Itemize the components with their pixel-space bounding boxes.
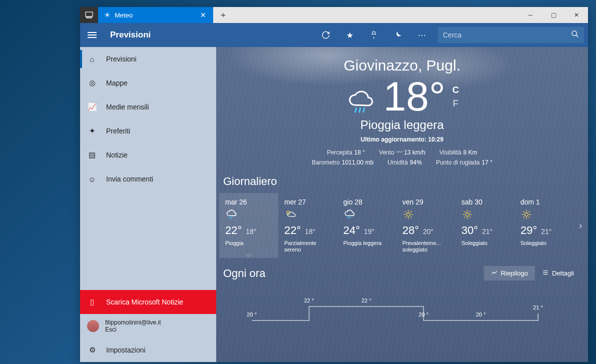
day-weather-icon <box>343 209 391 221</box>
avatar <box>87 320 99 332</box>
next-days-button[interactable]: › <box>573 193 587 258</box>
sidebar-item-maps[interactable]: ◎ Mappe <box>80 71 216 95</box>
svg-rect-1 <box>87 17 92 18</box>
hourly-temp-label: 22 ° <box>361 298 371 304</box>
sidebar-item-label: Notizie <box>106 151 128 159</box>
day-card[interactable]: ven 29 28°20° Prevalenteme... soleggiato <box>396 193 455 258</box>
hamburger-button[interactable] <box>80 23 104 47</box>
tab-title: Meteo <box>115 12 198 19</box>
sidebar-item-monthly[interactable]: 📈 Medie mensili <box>80 95 216 119</box>
daily-forecast: mar 26 22°18° Pioggia mer 27 22°18° Parz… <box>216 193 588 258</box>
svg-line-36 <box>528 216 529 218</box>
details-row-1: Percepita18 ° Vento〰 13 km/h Visibilità8… <box>216 149 588 156</box>
sidebar-item-settings[interactable]: ⚙ Impostazioni <box>80 338 216 362</box>
account-signout: Esci <box>105 326 161 333</box>
sidebar-item-favorites[interactable]: ✦ Preferiti <box>80 119 216 143</box>
sidebar-item-feedback[interactable]: ☺ Invia commenti <box>80 167 216 191</box>
location: Giovinazzo, Pugl. <box>216 57 588 74</box>
news-icon: ▤ <box>87 150 97 160</box>
hourly-title: Ogni ora <box>223 267 265 280</box>
sidebar-item-news[interactable]: ▤ Notizie <box>80 143 216 167</box>
refresh-button[interactable] <box>314 23 338 47</box>
sidebar-promo-label: Scarica Microsoft Notizie <box>106 298 183 306</box>
maximize-button[interactable]: ▢ <box>542 7 565 23</box>
day-weather-icon <box>284 209 332 221</box>
list-icon <box>542 269 549 278</box>
day-date: mer 27 <box>284 198 332 206</box>
sidebar-item-label: Previsioni <box>106 55 137 63</box>
more-button[interactable]: ⋯ <box>410 23 434 47</box>
day-card[interactable]: sab 30 30°21° Soleggiato <box>455 193 514 258</box>
titlebar: ☀ Meteo ✕ ＋ ─ ▢ ✕ <box>80 7 588 23</box>
pin-button[interactable] <box>362 23 386 47</box>
condition: Pioggia leggera <box>216 118 588 132</box>
svg-line-28 <box>464 216 465 218</box>
svg-line-5 <box>359 108 360 112</box>
svg-line-3 <box>576 35 578 37</box>
moon-button[interactable] <box>386 23 410 47</box>
content-area: Giovinazzo, Pugl. 18° C F Pioggia legger… <box>216 47 588 362</box>
home-icon: ⌂ <box>87 55 97 64</box>
day-card[interactable]: dom 1 29°21° Soleggiato <box>514 193 573 258</box>
summary-toggle[interactable]: Riepilogo <box>484 266 535 280</box>
search-input[interactable] <box>443 31 571 39</box>
unit-celsius[interactable]: C <box>452 85 459 96</box>
hourly-temp-label: 20 ° <box>419 312 429 318</box>
svg-point-30 <box>524 212 528 216</box>
sparkle-icon: ✦ <box>87 126 97 136</box>
day-weather-icon <box>402 209 450 221</box>
sidebar-item-forecast[interactable]: ⌂ Previsioni <box>80 47 216 71</box>
sidebar-item-label: Impostazioni <box>106 346 146 354</box>
day-low: 21° <box>482 228 492 236</box>
svg-line-19 <box>405 216 406 218</box>
day-card[interactable]: mar 26 22°18° Pioggia <box>219 193 278 258</box>
day-condition: Soleggiato <box>520 240 568 246</box>
svg-line-11 <box>350 216 350 218</box>
day-low: 18° <box>305 228 315 236</box>
app-tab[interactable]: ☀ Meteo ✕ <box>98 7 213 23</box>
day-weather-icon <box>225 209 273 221</box>
app-window: ☀ Meteo ✕ ＋ ─ ▢ ✕ Previsioni ★ ⋯ <box>80 7 588 362</box>
details-toggle[interactable]: Dettagli <box>535 266 581 280</box>
svg-point-2 <box>572 31 576 36</box>
search-icon <box>571 30 579 40</box>
task-view-button[interactable] <box>80 7 98 23</box>
svg-line-20 <box>410 211 411 212</box>
svg-line-7 <box>230 216 230 218</box>
new-tab-button[interactable]: ＋ <box>213 7 233 23</box>
day-card[interactable]: gio 28 24°19° Pioggia leggera <box>337 193 396 258</box>
svg-line-27 <box>469 216 470 218</box>
chart-line-icon <box>491 269 498 278</box>
details-row-2: Barometro1011,00 mb Umidità94% Punto di … <box>216 159 588 166</box>
smile-icon: ☺ <box>87 175 97 184</box>
day-weather-icon <box>461 209 509 221</box>
svg-point-12 <box>406 212 410 216</box>
unit-fahrenheit[interactable]: F <box>452 98 459 109</box>
close-tab-button[interactable]: ✕ <box>198 11 208 19</box>
favorite-button[interactable]: ★ <box>338 23 362 47</box>
search-box[interactable] <box>438 27 584 43</box>
day-low: 19° <box>364 228 374 236</box>
day-condition: Pioggia leggera <box>343 240 391 246</box>
account-email: filippomolinini@live.it <box>105 319 161 326</box>
day-card[interactable]: mer 27 22°18° Parzialmente sereno <box>278 193 337 258</box>
minimize-button[interactable]: ─ <box>519 7 542 23</box>
sidebar-promo[interactable]: ▯ Scarica Microsoft Notizie <box>80 290 216 314</box>
svg-point-21 <box>465 212 469 216</box>
close-button[interactable]: ✕ <box>565 7 588 23</box>
day-date: mar 26 <box>225 198 273 206</box>
svg-line-37 <box>523 216 524 218</box>
window-controls: ─ ▢ ✕ <box>519 7 588 23</box>
hourly-temp-label: 20 ° <box>247 312 257 318</box>
account-item[interactable]: filippomolinini@live.it Esci <box>80 314 216 338</box>
rain-cloud-icon <box>345 90 375 117</box>
day-condition: Soleggiato <box>461 240 509 246</box>
day-high: 29° <box>520 224 537 237</box>
sidebar-item-label: Preferiti <box>106 127 130 135</box>
gear-icon: ⚙ <box>87 346 97 354</box>
day-high: 28° <box>402 224 419 237</box>
day-condition: Parzialmente sereno <box>284 240 332 253</box>
svg-line-8 <box>232 216 232 218</box>
sidebar-item-label: Medie mensili <box>106 103 149 111</box>
svg-line-10 <box>348 216 348 218</box>
